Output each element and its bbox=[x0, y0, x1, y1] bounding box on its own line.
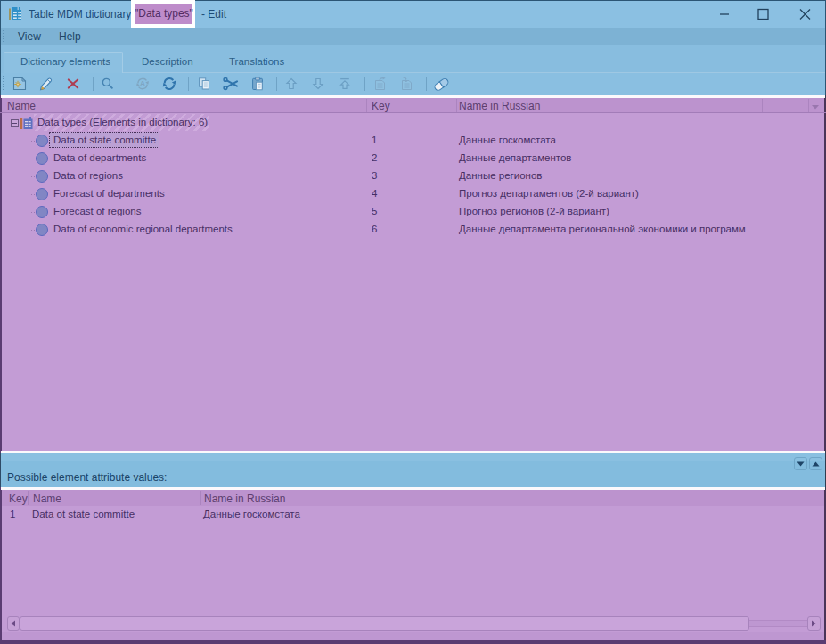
svg-text:A: A bbox=[140, 79, 146, 88]
